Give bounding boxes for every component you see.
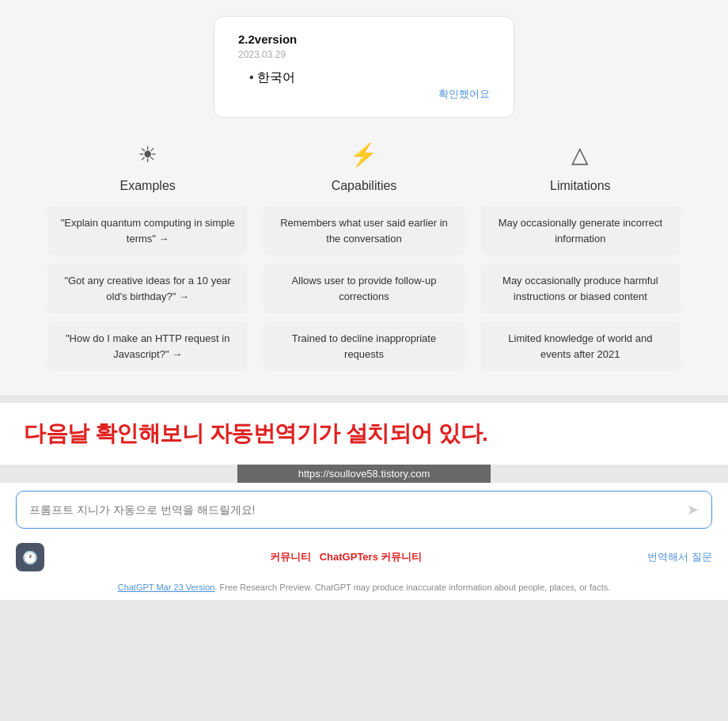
- chat-input[interactable]: [29, 503, 687, 516]
- url-text: https://soullove58.tistory.com: [298, 468, 430, 480]
- limitations-card-1: May occasionally generate incorrect info…: [480, 206, 681, 256]
- capabilities-card-1: Remembers what user said earlier in the …: [264, 206, 464, 256]
- examples-title: Examples: [120, 179, 176, 193]
- version-date: 2023.03.29: [238, 49, 490, 60]
- footer-link[interactable]: ChatGPT Mar 23 Version: [118, 582, 215, 592]
- capabilities-column: ⚡ Capabilities Remembers what user said …: [264, 142, 464, 371]
- version-lang-list: 한국어: [238, 70, 490, 86]
- version-title: 2.2version: [238, 32, 490, 46]
- limitations-card-2: May occasionally produce harmful instruc…: [480, 264, 681, 313]
- clock-button[interactable]: 🕐: [16, 543, 44, 571]
- sun-icon: ☀: [138, 142, 157, 168]
- warning-icon: △: [571, 142, 589, 168]
- limitations-title: Limitations: [550, 179, 610, 193]
- confirm-link[interactable]: 확인했어요: [438, 88, 490, 100]
- examples-card-1[interactable]: "Explain quantum computing in simple ter…: [47, 206, 248, 256]
- capabilities-card-3: Trained to decline inappropriate request…: [264, 321, 464, 371]
- capabilities-card-2: Allows user to provide follow-up correct…: [264, 264, 464, 313]
- page-wrapper: 2.2version 2023.03.29 한국어 확인했어요 ☀ Exampl…: [0, 0, 728, 395]
- version-card: 2.2version 2023.03.29 한국어 확인했어요: [214, 16, 514, 118]
- version-lang-item: 한국어: [249, 70, 490, 86]
- send-icon: ➤: [687, 501, 699, 518]
- examples-card-3[interactable]: "How do I make an HTTP request in Javasc…: [47, 321, 248, 371]
- translate-button[interactable]: 번역해서 질문: [647, 550, 712, 564]
- limitations-column: △ Limitations May occasionally generate …: [480, 142, 681, 371]
- bottom-bar: 🕐 커뮤니티 ChatGPTers 커뮤니티 번역해서 질문: [16, 537, 712, 578]
- limitations-card-3: Limited knowledge of world and events af…: [480, 321, 681, 371]
- url-overlay: https://soullove58.tistory.com: [237, 465, 491, 483]
- capabilities-title: Capabilities: [332, 179, 397, 193]
- chat-input-wrapper: ➤: [16, 491, 712, 529]
- bolt-icon: ⚡: [350, 142, 377, 168]
- footer: ChatGPT Mar 23 Version. Free Research Pr…: [16, 578, 712, 600]
- clock-icon: 🕐: [22, 550, 38, 565]
- korean-banner: 다음날 확인해보니 자동번역기가 설치되어 있다.: [0, 403, 728, 465]
- community-text: 커뮤니티 ChatGPTers 커뮤니티: [270, 550, 423, 564]
- examples-column: ☀ Examples "Explain quantum computing in…: [47, 142, 248, 371]
- community-prefix: 커뮤니티: [270, 551, 311, 563]
- korean-text: 다음날 확인해보니 자동번역기가 설치되어 있다.: [24, 419, 704, 449]
- community-name: ChatGPTers 커뮤니티: [320, 551, 423, 563]
- input-section: ➤ 🕐 커뮤니티 ChatGPTers 커뮤니티 번역해서 질문 ChatGPT…: [0, 483, 728, 600]
- three-column-section: ☀ Examples "Explain quantum computing in…: [47, 142, 681, 371]
- footer-body: . Free Research Preview. ChatGPT may pro…: [214, 582, 610, 592]
- examples-card-2[interactable]: "Got any creative ideas for a 10 year ol…: [47, 264, 248, 313]
- version-confirm[interactable]: 확인했어요: [238, 86, 490, 101]
